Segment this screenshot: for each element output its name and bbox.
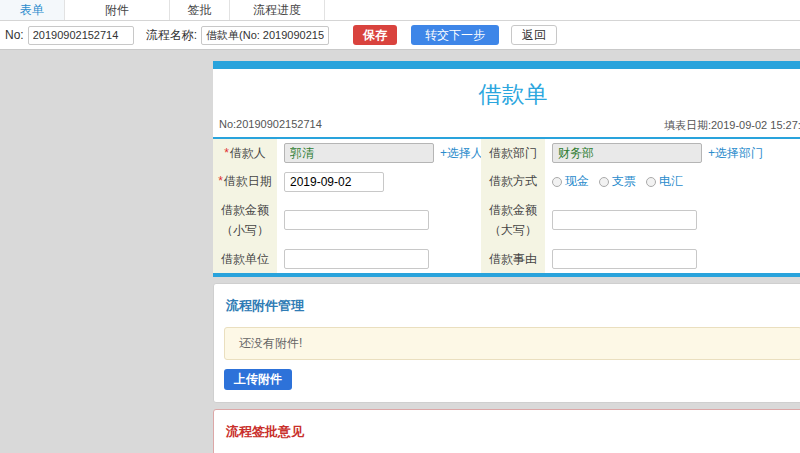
no-attachments-alert: 还没有附件!: [224, 327, 800, 360]
radio-circle-icon: [646, 177, 656, 187]
header-toolbar: No: 流程名称: 保存 转交下一步 返回: [0, 21, 800, 50]
radio-cheque[interactable]: 支票: [599, 173, 636, 190]
borrower-input: [284, 143, 434, 163]
flow-name-label: 流程名称:: [146, 27, 197, 44]
required-mark: *: [224, 146, 229, 160]
radio-circle-icon: [599, 177, 609, 187]
form-doc-no: No:20190902152714: [219, 118, 322, 133]
no-label: No:: [5, 28, 24, 42]
form-fill-date: 填表日期:2019-09-02 15:27:1: [664, 118, 800, 133]
loan-reason-input[interactable]: [552, 249, 697, 269]
form-meta-row: No:20190902152714 填表日期:2019-09-02 15:27:…: [213, 116, 800, 137]
borrower-label-cell: *借款人: [213, 139, 277, 167]
loan-method-value-cell: 现金 支票 电汇: [545, 167, 800, 195]
amount-big-label-cell: 借款金额（大写）: [481, 196, 545, 245]
loan-date-value-cell: [277, 167, 481, 195]
department-label-cell: 借款部门: [481, 139, 545, 167]
radio-wire[interactable]: 电汇: [646, 173, 683, 190]
amount-big-input[interactable]: [552, 210, 697, 230]
department-input: [552, 143, 702, 163]
loan-method-label-cell: 借款方式: [481, 167, 545, 195]
approval-title: 流程签批意见: [226, 423, 800, 441]
amount-big-value-cell: [545, 196, 800, 245]
borrower-value-cell: +选择人员: [277, 139, 481, 167]
amount-small-input[interactable]: [284, 210, 429, 230]
loan-unit-input[interactable]: [284, 249, 429, 269]
approval-panel: 流程签批意见 B I abc ✎ ⚑ ≣ ≡ ⇤ ⇥: [213, 409, 800, 453]
required-mark: *: [218, 174, 223, 188]
tab-progress[interactable]: 流程进度: [230, 0, 325, 20]
loan-unit-value-cell: [277, 245, 481, 273]
panel-top-bar: [213, 61, 800, 69]
attachments-title: 流程附件管理: [226, 297, 800, 315]
tab-bar: 表单 附件 签批 流程进度: [0, 0, 800, 21]
choose-department-link[interactable]: +选择部门: [708, 145, 763, 162]
content-column: 借款单 No:20190902152714 填表日期:2019-09-02 15…: [213, 61, 800, 453]
amount-small-label-cell: 借款金额（小写）: [213, 196, 277, 245]
loan-date-label-cell: *借款日期: [213, 167, 277, 195]
forward-next-step-button[interactable]: 转交下一步: [411, 25, 499, 45]
tab-sign[interactable]: 签批: [170, 0, 230, 20]
loan-date-input[interactable]: [284, 172, 384, 192]
save-button[interactable]: 保存: [353, 25, 397, 45]
form-grid: *借款人 +选择人员 借款部门 +选择部门 *借款日期 借款方式: [213, 139, 800, 273]
loan-reason-label-cell: 借款事由: [481, 245, 545, 273]
radio-cash[interactable]: 现金: [552, 173, 589, 190]
loan-form-panel: 借款单 No:20190902152714 填表日期:2019-09-02 15…: [213, 61, 800, 277]
upload-attachment-button[interactable]: 上传附件: [224, 369, 292, 390]
tab-attachments[interactable]: 附件: [65, 0, 170, 20]
tab-form[interactable]: 表单: [0, 0, 65, 20]
attachments-panel: 流程附件管理 还没有附件! 上传附件: [213, 283, 800, 403]
amount-small-value-cell: [277, 196, 481, 245]
form-title: 借款单: [213, 69, 800, 116]
back-button[interactable]: 返回: [511, 25, 557, 45]
radio-circle-icon: [552, 177, 562, 187]
flow-name-input[interactable]: [201, 26, 329, 45]
panel-bottom-bar: [213, 273, 800, 277]
department-value-cell: +选择部门: [545, 139, 800, 167]
loan-reason-value-cell: [545, 245, 800, 273]
no-input[interactable]: [28, 26, 134, 45]
loan-unit-label-cell: 借款单位: [213, 245, 277, 273]
